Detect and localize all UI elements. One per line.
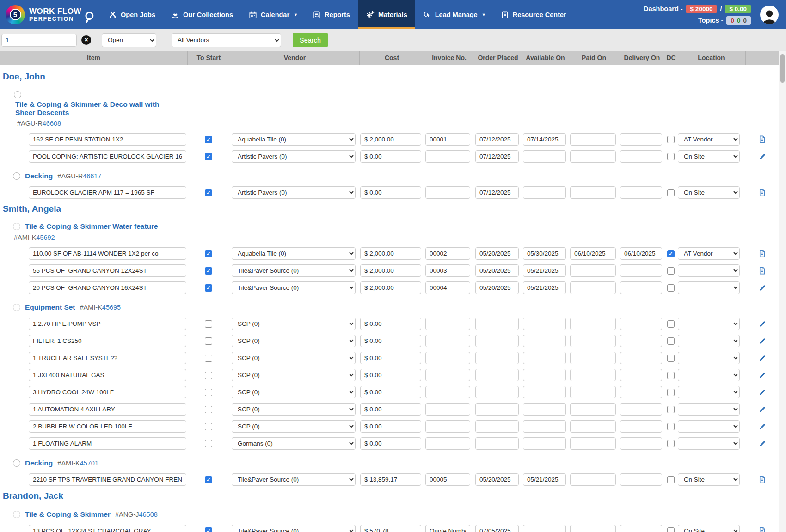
dc-checkbox[interactable]: [667, 320, 675, 328]
item-input[interactable]: [29, 150, 186, 163]
available-on-input[interactable]: [523, 133, 566, 146]
job-title[interactable]: Decking: [25, 459, 53, 467]
dc-checkbox[interactable]: ✓: [667, 250, 675, 257]
to-start-checkbox[interactable]: ✓: [205, 476, 212, 483]
item-input[interactable]: [29, 369, 186, 381]
order-placed-input[interactable]: [475, 369, 519, 381]
invoice-input[interactable]: [425, 335, 470, 347]
to-start-checkbox[interactable]: [205, 372, 212, 379]
search-button[interactable]: Search: [293, 33, 328, 47]
available-on-input[interactable]: [523, 247, 566, 260]
vendor-select[interactable]: SCP (0): [232, 420, 356, 433]
delivery-on-input[interactable]: [620, 264, 662, 277]
vendor-select[interactable]: SCP (0): [232, 386, 356, 398]
dc-checkbox[interactable]: [667, 355, 675, 362]
paid-on-input[interactable]: [570, 525, 616, 532]
nav-item-lead-manage[interactable]: Lead Manage▾: [415, 0, 493, 29]
dc-checkbox[interactable]: [667, 267, 675, 275]
invoice-input[interactable]: [425, 247, 470, 260]
cost-input[interactable]: [360, 247, 421, 260]
dashboard-amount-paid-badge[interactable]: $ 0.00: [725, 5, 751, 13]
paid-on-input[interactable]: [570, 369, 616, 381]
available-on-input[interactable]: [523, 150, 566, 163]
dc-checkbox[interactable]: [667, 476, 675, 483]
available-on-input[interactable]: [523, 264, 566, 277]
available-on-input[interactable]: [523, 386, 566, 398]
to-start-checkbox[interactable]: [205, 423, 212, 430]
location-select[interactable]: AT Vendor: [678, 247, 740, 260]
app-logo[interactable]: 5 WORK FLOW PERFECTION: [0, 0, 101, 29]
item-input[interactable]: [29, 281, 186, 294]
location-select[interactable]: [678, 420, 740, 433]
available-on-input[interactable]: [523, 525, 566, 532]
dc-checkbox[interactable]: [667, 527, 675, 532]
dc-checkbox[interactable]: [667, 440, 675, 447]
pencil-icon[interactable]: [758, 320, 767, 328]
to-start-checkbox[interactable]: ✓: [205, 267, 212, 275]
cost-input[interactable]: [360, 318, 421, 330]
cost-input[interactable]: [360, 369, 421, 381]
pencil-icon[interactable]: [758, 354, 767, 362]
paid-on-input[interactable]: [570, 473, 616, 486]
item-input[interactable]: [29, 420, 186, 433]
vendor-select[interactable]: Tile&Paver Source (0): [232, 264, 356, 277]
invoice-input[interactable]: [425, 150, 470, 163]
item-input[interactable]: [29, 473, 186, 486]
nav-item-resource-center[interactable]: Resource Center: [493, 0, 574, 29]
order-placed-input[interactable]: [475, 133, 519, 146]
item-input[interactable]: [29, 335, 186, 347]
cost-input[interactable]: [360, 473, 421, 486]
available-on-input[interactable]: [523, 403, 566, 416]
vendor-select[interactable]: Tile&Paver Source (0): [232, 525, 356, 532]
order-placed-input[interactable]: [475, 403, 519, 416]
delivery-on-input[interactable]: [620, 386, 662, 398]
vendor-select[interactable]: SCP (0): [232, 318, 356, 330]
dc-checkbox[interactable]: [667, 284, 675, 292]
delivery-on-input[interactable]: [620, 281, 662, 294]
available-on-input[interactable]: [523, 352, 566, 364]
delivery-on-input[interactable]: [620, 352, 662, 364]
order-placed-input[interactable]: [475, 281, 519, 294]
cost-input[interactable]: [360, 386, 421, 398]
document-icon[interactable]: [758, 135, 767, 144]
delivery-on-input[interactable]: [620, 437, 662, 450]
delivery-on-input[interactable]: [620, 403, 662, 416]
location-select[interactable]: [678, 264, 740, 277]
paid-on-input[interactable]: [570, 186, 616, 199]
cost-input[interactable]: [360, 186, 421, 199]
cost-input[interactable]: [360, 281, 421, 294]
invoice-input[interactable]: [425, 420, 470, 433]
to-start-checkbox[interactable]: ✓: [205, 284, 212, 292]
invoice-input[interactable]: [425, 473, 470, 486]
vendor-filter-select[interactable]: All Vendors: [172, 33, 281, 47]
location-select[interactable]: On Site: [678, 186, 740, 199]
to-start-checkbox[interactable]: [205, 337, 212, 345]
invoice-input[interactable]: [425, 133, 470, 146]
item-input[interactable]: [29, 525, 186, 532]
item-input[interactable]: [29, 403, 186, 416]
available-on-input[interactable]: [523, 281, 566, 294]
item-input[interactable]: [29, 264, 186, 277]
pencil-icon[interactable]: [758, 422, 767, 431]
paid-on-input[interactable]: [570, 318, 616, 330]
paid-on-input[interactable]: [570, 420, 616, 433]
delivery-on-input[interactable]: [620, 525, 662, 532]
delivery-on-input[interactable]: [620, 247, 662, 260]
location-select[interactable]: [678, 318, 740, 330]
order-placed-input[interactable]: [475, 318, 519, 330]
job-radio[interactable]: [13, 223, 20, 230]
job-radio[interactable]: [13, 172, 20, 180]
order-placed-input[interactable]: [475, 473, 519, 486]
cost-input[interactable]: [360, 403, 421, 416]
nav-item-materials[interactable]: Materials: [358, 0, 415, 29]
to-start-checkbox[interactable]: ✓: [205, 153, 212, 160]
paid-on-input[interactable]: [570, 150, 616, 163]
delivery-on-input[interactable]: [620, 318, 662, 330]
delivery-on-input[interactable]: [620, 369, 662, 381]
dc-checkbox[interactable]: [667, 337, 675, 345]
vendor-select[interactable]: Tile&Paver Source (0): [232, 281, 356, 294]
vendor-select[interactable]: SCP (0): [232, 369, 356, 381]
dc-checkbox[interactable]: [667, 389, 675, 396]
scrollbar-thumb[interactable]: [780, 54, 785, 83]
dc-checkbox[interactable]: [667, 189, 675, 196]
